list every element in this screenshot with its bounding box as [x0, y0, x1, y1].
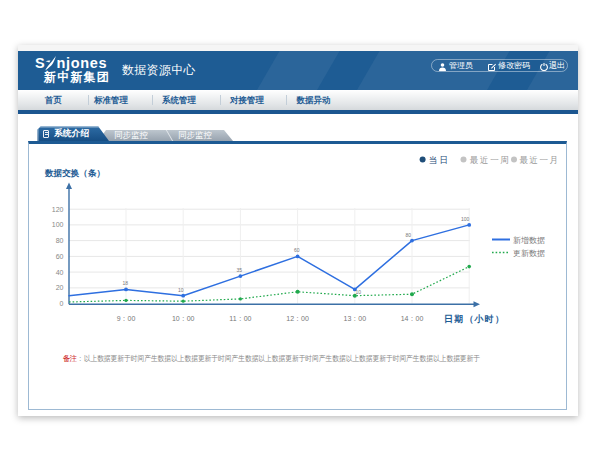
svg-text:0: 0 [60, 300, 64, 307]
svg-text:最近一月: 最近一月 [520, 155, 559, 165]
svg-text:9：00: 9：00 [117, 315, 136, 322]
svg-text:80: 80 [56, 237, 64, 244]
svg-text:35: 35 [237, 267, 243, 273]
svg-text:20: 20 [56, 284, 64, 291]
svg-text:10: 10 [356, 289, 362, 295]
svg-text:11：00: 11：00 [229, 315, 251, 322]
svg-text:新增数据: 新增数据 [513, 236, 545, 245]
svg-text:100: 100 [52, 221, 64, 228]
svg-text:数据交换（条）: 数据交换（条） [44, 168, 105, 178]
svg-text:10: 10 [178, 287, 184, 293]
svg-text:最近一周: 最近一周 [470, 155, 509, 165]
svg-text:当日: 当日 [429, 155, 449, 165]
svg-text:10：00: 10：00 [172, 315, 195, 322]
svg-text:日期（小时）: 日期（小时） [444, 314, 504, 324]
svg-text:12：00: 12：00 [286, 315, 309, 322]
svg-text:18: 18 [123, 280, 129, 286]
svg-text:40: 40 [56, 269, 64, 276]
svg-text:13：00: 13：00 [344, 315, 367, 322]
svg-text:：以上数据更新于时间产生数据以上数据更新于时间产生数据以上数: ：以上数据更新于时间产生数据以上数据更新于时间产生数据以上数据更新于时间产生数据… [77, 354, 480, 363]
svg-text:备注: 备注 [63, 354, 78, 363]
svg-text:120: 120 [52, 206, 64, 213]
svg-text:60: 60 [56, 253, 64, 260]
svg-text:更新数据: 更新数据 [513, 249, 545, 258]
svg-text:80: 80 [406, 232, 412, 238]
svg-text:14：00: 14：00 [401, 315, 424, 322]
svg-text:60: 60 [294, 247, 300, 253]
svg-text:100: 100 [461, 216, 470, 222]
